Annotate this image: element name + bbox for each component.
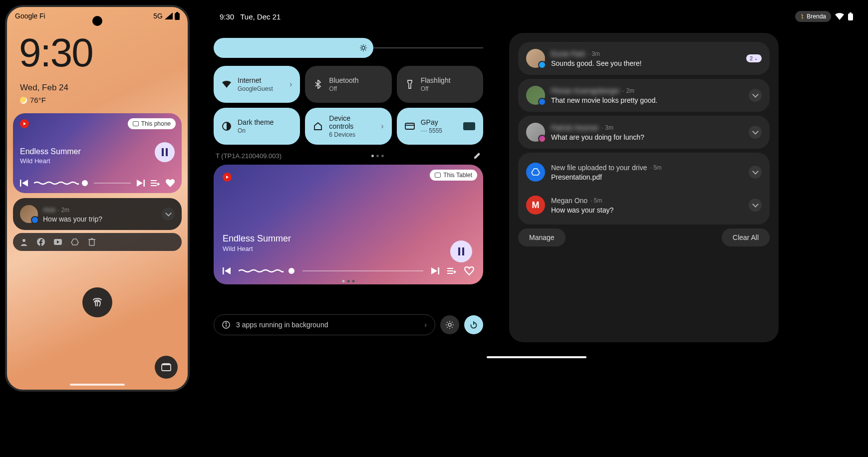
messenger-badge-icon bbox=[538, 135, 546, 143]
youtube-music-icon bbox=[20, 119, 29, 128]
battery-icon bbox=[175, 12, 180, 20]
pause-button[interactable] bbox=[450, 240, 472, 262]
lockscreen-weather: 76°F bbox=[20, 96, 188, 104]
expand-button[interactable] bbox=[749, 126, 762, 139]
expand-button[interactable] bbox=[162, 208, 175, 221]
avatar bbox=[526, 86, 545, 105]
signal-icon bbox=[165, 12, 173, 19]
seek-progress[interactable] bbox=[34, 181, 79, 185]
favorite-button[interactable] bbox=[464, 266, 474, 275]
seek-remaining bbox=[94, 183, 131, 184]
tablet-status-bar: 9:30 Tue, Dec 21 Brenda bbox=[210, 5, 863, 28]
background-apps-pill[interactable]: 3 apps running in background › bbox=[214, 314, 435, 335]
flashlight-icon bbox=[405, 79, 415, 89]
avatar bbox=[20, 205, 38, 223]
tablet-media-card[interactable]: This Tablet Endless Summer Wild Heart bbox=[214, 165, 483, 284]
user-chip[interactable]: Brenda bbox=[795, 11, 831, 22]
phone-lockscreen: Google Fi 5G 9:30 Wed, Feb 24 76°F This … bbox=[5, 5, 190, 392]
settings-button[interactable] bbox=[440, 315, 459, 334]
avatar bbox=[526, 49, 545, 68]
tile-bluetooth[interactable]: BluetoothOff bbox=[305, 66, 391, 103]
svg-point-9 bbox=[22, 239, 25, 242]
queue-button[interactable] bbox=[447, 267, 456, 274]
seek-thumb[interactable] bbox=[82, 180, 88, 186]
dark-theme-icon bbox=[222, 121, 232, 131]
wallet-button[interactable] bbox=[155, 356, 178, 379]
cast-icon bbox=[435, 173, 441, 178]
svg-point-31 bbox=[226, 323, 227, 324]
notification-group: New file uploaded to your drive· 5m Pres… bbox=[518, 153, 770, 225]
bluetooth-icon bbox=[313, 79, 323, 89]
track-artist: Wild Heart bbox=[20, 157, 175, 165]
notification-item[interactable]: New file uploaded to your drive· 5m Pres… bbox=[518, 156, 770, 189]
delete-icon bbox=[88, 238, 96, 246]
profile-icon bbox=[20, 238, 28, 246]
edit-button[interactable] bbox=[473, 152, 481, 160]
drive-icon bbox=[71, 238, 79, 246]
svg-rect-17 bbox=[850, 12, 852, 14]
card-icon bbox=[405, 121, 415, 131]
network-label: 5G bbox=[153, 12, 163, 20]
tile-flashlight[interactable]: FlashlightOff bbox=[397, 66, 483, 103]
phone-notification[interactable]: Alok · 2m How was your trip? bbox=[13, 198, 182, 230]
phone-media-card[interactable]: This phone Endless Summer Wild Heart bbox=[13, 113, 182, 193]
cast-icon bbox=[133, 121, 139, 126]
notification-item[interactable]: Eunie Park· 3m Sounds good. See you ther… bbox=[518, 42, 770, 75]
tile-dark-theme[interactable]: Dark themeOn bbox=[214, 108, 300, 145]
cast-output-button[interactable]: This phone bbox=[128, 118, 176, 129]
tablet-time: 9:30 bbox=[220, 12, 234, 21]
lockscreen-date: Wed, Feb 24 bbox=[20, 83, 188, 93]
svg-rect-1 bbox=[176, 12, 178, 13]
tile-internet[interactable]: InternetGoogleGuest › bbox=[214, 66, 300, 103]
manage-button[interactable]: Manage bbox=[518, 228, 566, 246]
notification-item[interactable]: M Megan Ono· 5m How was your stay? bbox=[518, 189, 770, 222]
queue-button[interactable] bbox=[151, 180, 160, 187]
notification-sender: Alok bbox=[43, 206, 55, 214]
previous-button[interactable] bbox=[223, 267, 231, 274]
seek-progress[interactable] bbox=[239, 269, 284, 273]
messages-badge-icon bbox=[31, 216, 39, 224]
pause-button[interactable] bbox=[155, 142, 175, 162]
brightness-slider[interactable] bbox=[214, 38, 483, 58]
notification-count[interactable]: 2⌄ bbox=[746, 54, 762, 62]
home-icon bbox=[313, 121, 323, 131]
expand-button[interactable] bbox=[749, 166, 762, 179]
svg-rect-2 bbox=[20, 180, 21, 187]
notification-item[interactable]: Patrick Hosmer· 3m What are you doing fo… bbox=[518, 116, 770, 149]
svg-rect-23 bbox=[438, 267, 440, 274]
quick-settings-panel: InternetGoogleGuest › BluetoothOff Flash… bbox=[214, 38, 483, 335]
favorite-button[interactable] bbox=[166, 179, 175, 187]
svg-rect-12 bbox=[89, 239, 94, 245]
fingerprint-button[interactable] bbox=[82, 287, 112, 317]
svg-rect-15 bbox=[162, 365, 171, 371]
svg-rect-16 bbox=[848, 13, 853, 20]
tile-device-controls[interactable]: Device controls6 Devices › bbox=[305, 108, 391, 145]
nav-handle[interactable] bbox=[70, 384, 125, 386]
gmail-icon: M bbox=[526, 196, 545, 215]
carrier-label: Google Fi bbox=[15, 12, 45, 20]
messages-badge-icon bbox=[538, 98, 546, 106]
svg-point-18 bbox=[362, 46, 365, 49]
notification-icon-tray[interactable] bbox=[13, 233, 182, 251]
next-button[interactable] bbox=[137, 180, 145, 187]
nav-handle[interactable] bbox=[487, 356, 586, 358]
avatar bbox=[526, 123, 545, 142]
notification-item[interactable]: Florian Koenigsberger· 2m That new movie… bbox=[518, 79, 770, 112]
previous-button[interactable] bbox=[20, 180, 28, 187]
seek-remaining bbox=[302, 270, 423, 271]
tablet-date: Tue, Dec 21 bbox=[240, 12, 281, 21]
tile-gpay[interactable]: GPay···· 5555 bbox=[397, 108, 483, 145]
notification-message: How was your trip? bbox=[43, 215, 102, 223]
brightness-icon bbox=[359, 44, 367, 52]
cast-output-button[interactable]: This Tablet bbox=[430, 170, 477, 181]
expand-button[interactable] bbox=[749, 89, 762, 102]
svg-rect-20 bbox=[405, 123, 414, 129]
clear-all-button[interactable]: Clear All bbox=[722, 228, 770, 246]
battery-icon bbox=[848, 12, 853, 20]
expand-button[interactable] bbox=[749, 199, 762, 212]
seek-thumb[interactable] bbox=[289, 268, 294, 274]
power-button[interactable] bbox=[464, 315, 483, 334]
svg-rect-22 bbox=[223, 267, 224, 274]
next-button[interactable] bbox=[431, 267, 439, 274]
drive-icon bbox=[526, 163, 545, 182]
